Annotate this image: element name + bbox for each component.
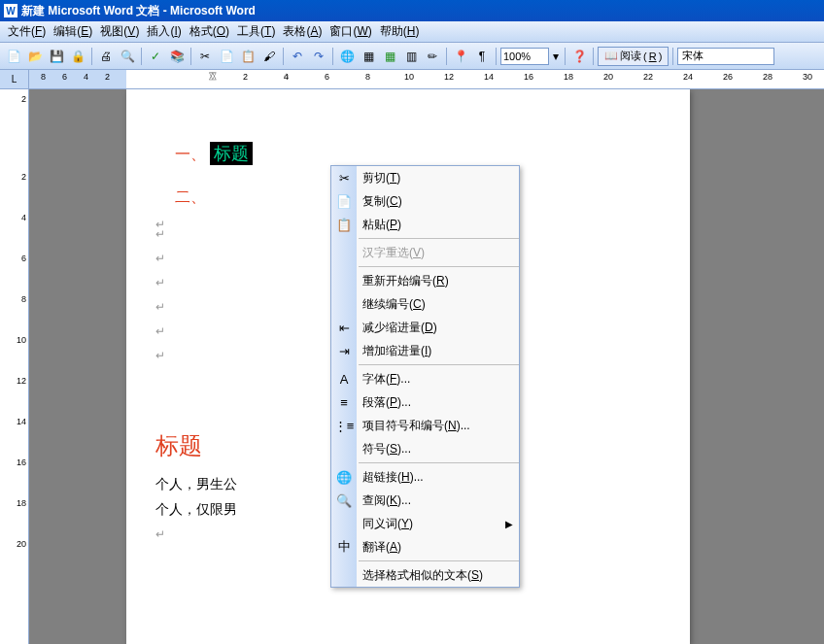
menu-view[interactable]: 视图(V) [96, 21, 143, 42]
context-menu-label: 段落(P)... [357, 394, 519, 411]
context-menu-label: 继续编号(C) [357, 296, 519, 313]
context-menu-label: 增加缩进量(I) [357, 343, 519, 359]
save-button[interactable]: 💾 [47, 47, 66, 66]
menu-table[interactable]: 表格(A) [279, 21, 326, 42]
menu-insert[interactable]: 插入(I) [143, 21, 185, 42]
context-menu-item[interactable]: ✂剪切(T) [331, 166, 519, 189]
context-menu-icon: 🔍 [331, 493, 357, 508]
menu-help[interactable]: 帮助(H) [376, 21, 424, 42]
menu-format[interactable]: 格式(O) [186, 21, 233, 42]
context-menu-label: 复制(C) [357, 193, 519, 210]
context-menu-item[interactable]: 同义词(Y)▶ [331, 512, 519, 535]
context-menu-item[interactable]: A字体(F)... [331, 367, 519, 390]
paste-button[interactable]: 📋 [238, 47, 258, 66]
excel-button[interactable]: ▦ [380, 47, 399, 66]
context-menu-separator [359, 266, 519, 267]
menu-edit[interactable]: 编辑(E) [50, 21, 96, 42]
context-menu-separator [359, 238, 519, 239]
drawing-button[interactable]: ✏ [423, 47, 442, 66]
paragraph-mark-icon: ↵ [155, 227, 165, 241]
paragraph-mark-icon: ↵ [155, 252, 165, 265]
context-menu-icon: ⇤ [331, 321, 357, 335]
font-combo[interactable]: 宋体 [677, 48, 774, 65]
context-menu-separator [359, 364, 519, 365]
preview-button[interactable]: 🔍 [118, 47, 137, 66]
context-menu-item[interactable]: ⇤减少缩进量(D) [331, 316, 519, 339]
list-number-1: 一、 [175, 146, 206, 162]
context-menu-label: 汉字重选(V) [357, 245, 519, 261]
context-menu-icon: 🌐 [331, 470, 357, 485]
context-menu-item[interactable]: 继续编号(C) [331, 292, 519, 316]
context-menu-item[interactable]: 重新开始编号(R) [331, 269, 519, 292]
redo-button[interactable]: ↷ [309, 47, 328, 66]
context-menu-icon: 中 [331, 538, 357, 556]
help-button[interactable]: ❓ [569, 47, 589, 66]
open-button[interactable]: 📂 [25, 47, 45, 66]
copy-button[interactable]: 📄 [217, 47, 236, 66]
context-menu-icon: ⋮≡ [331, 419, 357, 433]
submenu-arrow-icon: ▶ [505, 519, 519, 529]
context-menu-icon: ⇥ [331, 344, 357, 358]
window-title-bar: W 新建 Microsoft Word 文档 - Microsoft Word [0, 0, 824, 21]
context-menu-item[interactable]: ⇥增加缩进量(I) [331, 339, 519, 362]
context-menu-label: 减少缩进量(D) [357, 320, 519, 336]
context-menu-icon: A [331, 372, 357, 387]
word-app-icon: W [4, 4, 17, 17]
paragraph-mark-icon: ↵ [155, 300, 165, 314]
menu-window[interactable]: 窗口(W) [326, 21, 375, 42]
context-menu-label: 粘贴(P) [357, 217, 519, 233]
context-menu-item[interactable]: 📄复制(C) [331, 189, 519, 213]
context-menu-item[interactable]: 中翻译(A) [331, 535, 519, 559]
menu-bar: 文件(F) 编辑(E) 视图(V) 插入(I) 格式(O) 工具(T) 表格(A… [0, 21, 824, 43]
undo-button[interactable]: ↶ [288, 47, 307, 66]
context-menu-item[interactable]: 🔍查阅(K)... [331, 489, 519, 512]
context-menu-label: 剪切(T) [357, 170, 519, 186]
print-button[interactable]: 🖨 [96, 47, 116, 66]
context-menu-item[interactable]: 选择格式相似的文本(S) [331, 563, 519, 587]
context-menu-label: 查阅(K)... [357, 492, 519, 509]
context-menu-label: 项目符号和编号(N)... [357, 418, 519, 434]
toolbar: 📄 📂 💾 🔒 🖨 🔍 ✓ 📚 ✂ 📄 📋 🖌 ↶ ↷ 🌐 ▦ ▦ ▥ ✏ 📍 … [0, 43, 824, 70]
read-mode-button[interactable]: 📖 阅读(R) [598, 47, 669, 66]
zoom-combo[interactable]: 100% [500, 48, 549, 65]
context-menu-icon: 📄 [331, 194, 357, 209]
show-marks-button[interactable]: ¶ [472, 47, 492, 66]
vertical-ruler[interactable]: 2 2 4 6 8 10 12 14 16 18 20 [0, 89, 29, 644]
context-menu-item[interactable]: 🌐超链接(H)... [331, 465, 519, 489]
context-menu-item[interactable]: ⋮≡项目符号和编号(N)... [331, 414, 519, 437]
selected-heading-text[interactable]: 标题 [210, 142, 253, 165]
columns-button[interactable]: ▥ [401, 47, 421, 66]
ruler-corner: L [0, 70, 29, 88]
horizontal-ruler: L 8 6 4 2 ▽ △ ⌂ 2 4 6 8 10 12 14 16 18 2… [0, 70, 824, 89]
list-number-2: 二、 [175, 188, 206, 205]
context-menu-separator [359, 560, 519, 561]
paragraph-mark-icon: ↵ [155, 324, 165, 338]
new-doc-button[interactable]: 📄 [4, 47, 23, 66]
hyperlink-button[interactable]: 🌐 [337, 47, 357, 66]
ruler-h-scale[interactable]: 8 6 4 2 ▽ △ ⌂ 2 4 6 8 10 12 14 16 18 20 … [29, 70, 824, 88]
menu-tools[interactable]: 工具(T) [233, 21, 279, 42]
context-menu-item: 汉字重选(V) [331, 241, 519, 264]
context-menu-label: 同义词(Y) [357, 516, 505, 532]
menu-file[interactable]: 文件(F) [4, 21, 50, 42]
table-button[interactable]: ▦ [359, 47, 378, 66]
context-menu-separator [359, 462, 519, 463]
context-menu-icon: ≡ [331, 395, 357, 410]
cut-button[interactable]: ✂ [195, 47, 215, 66]
context-menu-icon: ✂ [331, 171, 357, 186]
paragraph-mark-icon: ↵ [155, 527, 165, 541]
format-painter-button[interactable]: 🖌 [259, 47, 279, 66]
context-menu-label: 符号(S)... [357, 441, 519, 458]
map-button[interactable]: 📍 [451, 47, 470, 66]
context-menu-item[interactable]: 📋粘贴(P) [331, 213, 519, 236]
context-menu-item[interactable]: ≡段落(P)... [331, 390, 519, 414]
paragraph-mark-icon: ↵ [155, 349, 165, 362]
context-menu-item[interactable]: 符号(S)... [331, 437, 519, 460]
context-menu: ✂剪切(T)📄复制(C)📋粘贴(P)汉字重选(V)重新开始编号(R)继续编号(C… [330, 165, 520, 588]
spell-button[interactable]: ✓ [146, 47, 165, 66]
zoom-dropdown-icon[interactable]: ▾ [551, 47, 561, 66]
body-text-2: 个人，仅限男 [155, 501, 237, 517]
hanging-indent-icon[interactable]: △ [209, 70, 217, 81]
research-button[interactable]: 📚 [167, 47, 187, 66]
permission-button[interactable]: 🔒 [68, 47, 87, 66]
